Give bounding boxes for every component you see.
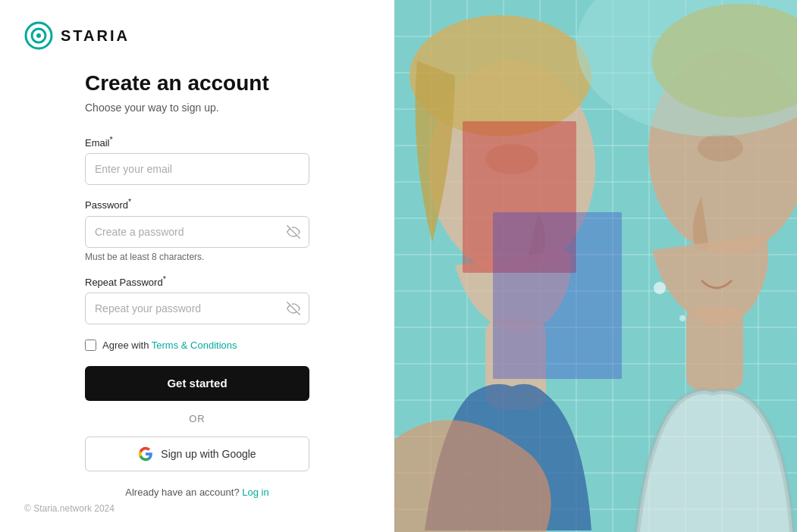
- already-account-text: Already have an account?: [125, 487, 239, 498]
- or-divider: OR: [85, 413, 309, 424]
- footer: © Staria.network 2024: [24, 503, 115, 514]
- email-input-wrapper: [85, 153, 309, 185]
- logo-area: STARIA: [0, 0, 394, 71]
- form-container: Create an account Choose your way to sig…: [0, 71, 394, 532]
- svg-rect-37: [686, 307, 743, 390]
- google-button-label: Sign up with Google: [161, 448, 256, 460]
- repeat-password-input[interactable]: [85, 293, 309, 324]
- logo-icon: [24, 21, 53, 50]
- left-panel: STARIA Create an account Choose your way…: [0, 0, 394, 532]
- svg-point-41: [654, 282, 666, 294]
- right-panel: [394, 0, 797, 532]
- email-input[interactable]: [85, 153, 309, 185]
- google-icon: [138, 446, 153, 462]
- toggle-password-button[interactable]: [287, 225, 300, 239]
- repeat-password-input-wrapper: [85, 293, 309, 324]
- svg-rect-35: [493, 212, 622, 379]
- google-signup-button[interactable]: Sign up with Google: [85, 437, 309, 471]
- get-started-button[interactable]: Get started: [85, 366, 309, 401]
- toggle-repeat-password-button[interactable]: [287, 302, 300, 315]
- repeat-password-field-group: Repeat Password*: [85, 274, 309, 324]
- login-link-row: Already have an account? Log in: [85, 487, 309, 498]
- email-label: Email*: [85, 135, 309, 149]
- eye-off-icon-2: [287, 302, 300, 315]
- svg-point-42: [679, 315, 686, 321]
- repeat-password-label: Repeat Password*: [85, 274, 309, 288]
- password-input-wrapper: [85, 216, 309, 248]
- checkbox-label: Agree with Terms & Conditions: [102, 340, 237, 351]
- password-hint: Must be at least 8 characters.: [85, 252, 309, 262]
- form-subtitle: Choose your way to sign up.: [85, 102, 309, 114]
- terms-checkbox-row: Agree with Terms & Conditions: [85, 340, 309, 351]
- logo-text: STARIA: [61, 27, 130, 45]
- password-input[interactable]: [85, 216, 309, 248]
- password-field-group: Password* Must be at least 8 characters.: [85, 197, 309, 261]
- terms-link[interactable]: Terms & Conditions: [152, 340, 237, 351]
- page-title: Create an account: [85, 71, 309, 95]
- hero-image: [394, 0, 797, 532]
- terms-checkbox[interactable]: [85, 340, 96, 351]
- eye-off-icon: [287, 225, 300, 239]
- password-label: Password*: [85, 197, 309, 211]
- email-field-group: Email*: [85, 135, 309, 185]
- svg-point-39: [698, 134, 743, 161]
- login-link[interactable]: Log in: [242, 487, 268, 498]
- svg-point-2: [36, 33, 41, 38]
